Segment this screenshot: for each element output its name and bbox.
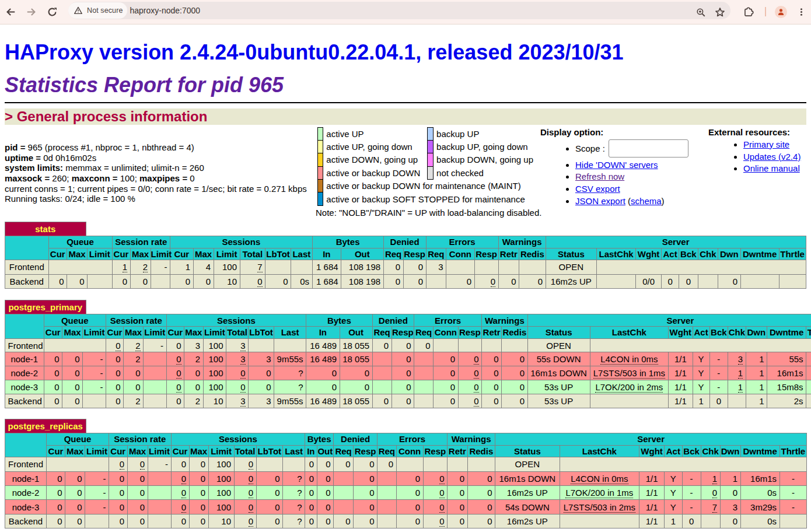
table-row-node-3: node-300-000010000?000000054s DOWNL7STS/… — [5, 500, 807, 514]
stat-cell: 16m1s DOWN — [527, 366, 590, 380]
stat-cell: 1 — [746, 380, 767, 394]
haproxy-site-link[interactable]: HAProxy version 2.4.24-0ubuntu0.22.04.1,… — [5, 40, 624, 64]
stat-cell: 1/1 — [669, 366, 693, 380]
column-header: Status — [495, 445, 560, 457]
stat-cell: 0 — [467, 471, 495, 485]
stat-cell: 0 — [391, 394, 414, 408]
row-anchor-link[interactable]: Backend — [9, 516, 43, 526]
stat-cell: 16m1s DOWN — [495, 471, 560, 485]
kebab-menu-icon[interactable] — [796, 2, 806, 22]
stat-cell — [47, 457, 109, 471]
column-header: LbTot — [256, 445, 283, 457]
table-row-backend: Backend0000001000?0000000016m2s UP1/1100… — [5, 514, 807, 528]
row-anchor-link[interactable]: Frontend — [8, 341, 43, 351]
stat-cell: 100 — [208, 471, 234, 485]
row-anchor-link[interactable]: Frontend — [8, 459, 43, 469]
column-header: Conn — [434, 327, 459, 339]
stat-cell: 0 — [317, 471, 334, 485]
extensions-icon[interactable] — [739, 2, 759, 22]
row-anchor-link[interactable]: node-3 — [11, 382, 38, 392]
column-group-header: Denied — [372, 314, 414, 327]
stat-cell: 0 — [234, 457, 256, 471]
option-link[interactable]: Refresh now — [575, 172, 624, 181]
stat-cell: node-1 — [5, 471, 47, 485]
stat-cell: 0 — [256, 471, 283, 485]
proxy-name-link[interactable]: postgres_replicas — [8, 421, 83, 431]
stat-cell: node-2 — [5, 366, 44, 380]
column-header: Max — [189, 445, 208, 457]
legend-swatch — [317, 141, 323, 153]
stat-cell: 0 — [709, 394, 728, 408]
stat-cell: 0 — [124, 380, 144, 394]
option-link[interactable]: JSON export — [575, 196, 625, 206]
stat-cell: 3 — [226, 338, 249, 352]
forward-icon[interactable] — [22, 2, 41, 22]
stat-cell: 0 — [44, 380, 62, 394]
column-header: Max — [193, 248, 214, 260]
stat-cell: 0 — [106, 394, 124, 408]
stat-cell: 0 — [396, 471, 423, 485]
column-header: Cur — [48, 248, 67, 260]
stat-cell — [414, 394, 434, 408]
stat-cell: 0 — [62, 352, 83, 366]
proxy-table-postgres_primary: postgres_primaryQueueSession rateSession… — [5, 300, 806, 408]
process-info-line: Running tasks: 0/24; idle = 100 % — [5, 194, 307, 204]
address-bar[interactable]: Not secure haproxy-node:7000 — [68, 2, 730, 19]
stat-cell — [256, 457, 283, 471]
proxy-name-link[interactable]: stats — [35, 224, 55, 234]
row-anchor-link[interactable]: Backend — [8, 396, 42, 406]
stat-cell: 0 — [396, 514, 423, 528]
stat-cell: 2 — [124, 394, 144, 408]
stat-cell: 0 — [256, 500, 283, 514]
column-header: Limit — [83, 327, 106, 339]
column-group-header: Session rate — [112, 236, 170, 249]
column-header: In — [305, 445, 317, 457]
stat-cell: 18 055 — [340, 338, 372, 352]
stat-cell — [85, 514, 109, 528]
row-anchor-link[interactable]: Frontend — [9, 262, 44, 272]
stat-cell: 1/1 — [639, 471, 665, 485]
stat-cell: 0 — [166, 380, 184, 394]
stat-cell: 0 — [354, 457, 377, 471]
row-anchor-link[interactable]: node-2 — [11, 368, 38, 378]
stat-cell: 0 — [423, 500, 448, 514]
row-anchor-link[interactable]: node-3 — [12, 502, 40, 512]
site-security-chip[interactable]: Not secure — [68, 2, 127, 19]
legend-swatch — [428, 153, 434, 166]
stat-cell — [590, 338, 811, 352]
url-text[interactable]: haproxy-node:7000 — [130, 6, 200, 15]
column-header: Limit — [208, 445, 234, 457]
zoom-icon[interactable] — [695, 7, 706, 18]
column-group-header: Bytes — [312, 236, 383, 249]
stat-cell: 0 — [106, 366, 124, 380]
bookmark-star-icon[interactable] — [714, 6, 726, 18]
row-anchor-link[interactable]: Backend — [10, 276, 44, 286]
stat-cell: 0 — [189, 514, 208, 528]
back-icon[interactable] — [1, 2, 20, 22]
column-header: Limit — [151, 248, 170, 260]
reload-icon[interactable] — [43, 2, 62, 22]
external-resource-link[interactable]: Updates (v2.4) — [743, 152, 800, 162]
external-resource-link[interactable]: Primary site — [743, 139, 789, 149]
profile-avatar[interactable] — [775, 6, 787, 18]
stats-table: QueueSession rateSessionsBytesDeniedErro… — [5, 433, 807, 528]
row-anchor-link[interactable]: node-1 — [12, 474, 40, 484]
option-link[interactable]: Hide 'DOWN' servers — [575, 160, 658, 170]
stat-cell: 0 — [234, 500, 256, 514]
proxy-name-link[interactable]: postgres_primary — [8, 302, 82, 312]
stat-cell: 0/0 — [636, 274, 662, 288]
column-header: Resp — [474, 248, 498, 260]
schema-link[interactable]: schema — [631, 196, 662, 206]
column-header: Limit — [203, 327, 226, 339]
external-resource-link[interactable]: Online manual — [743, 163, 800, 173]
stat-cell: 0 — [171, 514, 189, 528]
column-header: Req — [426, 248, 446, 260]
stat-cell: 0 — [62, 394, 83, 408]
stat-cell: 3 — [249, 394, 274, 408]
scope-input[interactable] — [609, 139, 688, 158]
row-anchor-link[interactable]: node-2 — [12, 488, 40, 498]
row-anchor-link[interactable]: node-1 — [11, 354, 38, 364]
stat-cell: L7OK/200 in 1ms — [560, 485, 639, 499]
stat-cell: 0 — [62, 366, 83, 380]
option-link[interactable]: CSV export — [575, 184, 620, 194]
